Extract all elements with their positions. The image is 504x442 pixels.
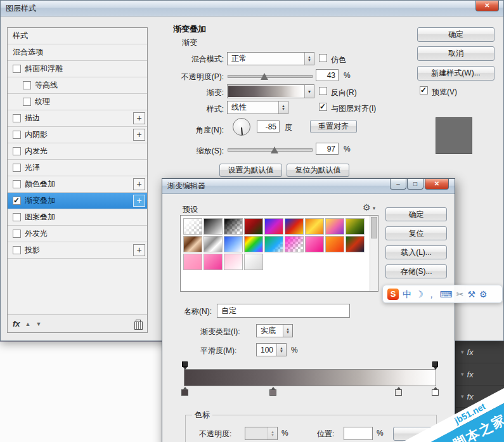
checkbox[interactable] — [13, 180, 21, 188]
cancel-button[interactable]: 取消 — [417, 46, 494, 61]
fx-menu-button[interactable]: fx — [13, 319, 20, 328]
gradient-preset[interactable] — [204, 254, 223, 270]
opacity-stop[interactable] — [432, 361, 438, 367]
gradient-preset[interactable] — [325, 218, 344, 235]
add-effect-icon[interactable]: + — [133, 112, 145, 124]
preview-checkbox[interactable] — [420, 86, 428, 94]
sidebar-item-inner-shadow[interactable]: 内阴影 + — [8, 127, 147, 143]
gradient-preset[interactable] — [244, 218, 263, 235]
presets-scrollbar[interactable] — [370, 216, 378, 291]
close-button[interactable]: ✕ — [475, 1, 499, 11]
gradient-name-input[interactable]: 自定 — [217, 304, 350, 318]
gradient-preset[interactable] — [346, 218, 365, 235]
add-effect-icon[interactable]: + — [133, 195, 145, 207]
toolbox-icon[interactable]: ⚒ — [468, 290, 476, 299]
gradient-preset[interactable] — [264, 218, 283, 235]
sidebar-item-contour[interactable]: 等高线 — [8, 77, 147, 94]
gradient-preview-bar[interactable] — [184, 369, 436, 386]
color-stop[interactable] — [269, 389, 276, 396]
sidebar-item-satin[interactable]: 光泽 — [8, 160, 147, 176]
stop-opacity-input[interactable] — [245, 427, 278, 440]
gradient-preset[interactable] — [183, 254, 202, 270]
sidebar-item-blending-options[interactable]: 混合选项 — [8, 44, 147, 61]
sidebar-item-stroke[interactable]: 描边 + — [8, 110, 147, 127]
opacity-stop[interactable] — [182, 361, 188, 367]
checkbox[interactable] — [13, 131, 21, 139]
angle-dial[interactable] — [233, 118, 250, 136]
fullwidth-mode-icon[interactable]: ☽ — [415, 290, 423, 299]
sidebar-item-inner-glow[interactable]: 内发光 — [8, 143, 147, 160]
checkbox[interactable] — [13, 197, 21, 205]
punctuation-mode-icon[interactable]: ， — [427, 290, 436, 299]
blend-mode-select[interactable]: 正常 — [227, 52, 314, 65]
scrollbar-thumb[interactable] — [371, 217, 377, 238]
opacity-slider-thumb[interactable] — [261, 73, 268, 80]
checkbox[interactable] — [23, 98, 31, 106]
reset-button[interactable]: 复位 — [385, 226, 447, 240]
sidebar-item-gradient-overlay[interactable]: 渐变叠加 + — [8, 193, 147, 209]
gradient-preset[interactable] — [264, 236, 283, 252]
scale-input[interactable]: 97 — [316, 143, 339, 155]
opacity-slider[interactable] — [228, 75, 313, 78]
dither-checkbox[interactable] — [319, 54, 327, 62]
load-button[interactable]: 载入(L)... — [385, 245, 447, 259]
layer-style-titlebar[interactable]: 图层样式 — [1, 1, 503, 16]
dropdown-arrow-icon[interactable]: ▾ — [304, 85, 314, 98]
gradient-preset[interactable] — [244, 254, 263, 270]
set-default-button[interactable]: 设置为默认值 — [219, 164, 282, 177]
delete-effect-icon[interactable] — [134, 320, 142, 328]
add-effect-icon[interactable]: + — [133, 244, 145, 256]
minimize-button[interactable]: – — [390, 179, 406, 190]
gear-icon[interactable]: ⚙ — [363, 202, 371, 212]
sidebar-item-texture[interactable]: 纹理 — [8, 94, 147, 110]
checkbox[interactable] — [13, 246, 21, 254]
gradient-preset[interactable] — [204, 236, 223, 252]
align-layer-checkbox[interactable] — [319, 103, 327, 111]
sidebar-item-styles[interactable]: 样式 — [8, 28, 147, 44]
reset-default-button[interactable]: 复位为默认值 — [287, 164, 349, 177]
gradient-preset[interactable] — [224, 236, 243, 252]
reverse-checkbox[interactable] — [319, 87, 327, 95]
stop-position-input[interactable] — [344, 427, 373, 440]
color-stop[interactable] — [395, 389, 402, 396]
gradient-preset[interactable] — [305, 218, 324, 235]
add-effect-icon[interactable]: + — [133, 129, 145, 141]
sogou-logo-icon[interactable]: S — [387, 289, 399, 300]
gradient-preset[interactable] — [305, 236, 324, 252]
reset-align-button[interactable]: 重置对齐 — [310, 120, 357, 133]
gradient-preset[interactable] — [183, 218, 202, 235]
chinese-input-icon[interactable]: 中 — [403, 290, 411, 299]
move-up-icon[interactable]: ▲ — [25, 321, 31, 327]
color-stop[interactable] — [432, 389, 439, 396]
gradient-preset[interactable] — [204, 218, 223, 235]
close-button[interactable]: ✕ — [425, 179, 449, 190]
sidebar-item-pattern-overlay[interactable]: 图案叠加 — [8, 209, 147, 226]
chevron-down-icon[interactable]: ▾ — [373, 205, 375, 211]
add-effect-icon[interactable]: + — [133, 178, 145, 190]
checkbox[interactable] — [13, 164, 21, 172]
settings-wrench-icon[interactable]: ⚙ — [479, 290, 488, 299]
save-button[interactable]: 存储(S)... — [385, 264, 447, 278]
gradient-picker[interactable]: ▾ — [227, 84, 314, 98]
style-select[interactable]: 线性 — [227, 101, 288, 114]
sidebar-item-drop-shadow[interactable]: 投影 + — [8, 242, 147, 259]
scale-slider-thumb[interactable] — [271, 146, 278, 153]
move-down-icon[interactable]: ▼ — [36, 321, 41, 327]
checkbox[interactable] — [23, 81, 31, 89]
gradient-preset[interactable] — [183, 236, 202, 252]
gradient-preset[interactable] — [285, 236, 304, 252]
checkbox[interactable] — [13, 147, 21, 155]
layer-effects-row[interactable]: ▾ fx — [456, 341, 504, 363]
angle-input[interactable]: -85 — [257, 120, 280, 133]
gradient-preset[interactable] — [224, 218, 243, 235]
new-style-button[interactable]: 新建样式(W)... — [417, 66, 494, 81]
checkbox[interactable] — [13, 213, 21, 221]
ok-button[interactable]: 确定 — [385, 207, 447, 221]
layer-effects-row[interactable]: ▾ fx — [456, 363, 504, 386]
checkbox[interactable] — [13, 230, 21, 238]
sidebar-item-bevel-emboss[interactable]: 斜面和浮雕 — [8, 61, 147, 77]
sidebar-item-outer-glow[interactable]: 外发光 — [8, 226, 147, 242]
checkbox[interactable] — [13, 65, 21, 73]
gradient-preset[interactable] — [346, 236, 365, 252]
sidebar-item-color-overlay[interactable]: 颜色叠加 + — [8, 176, 147, 193]
